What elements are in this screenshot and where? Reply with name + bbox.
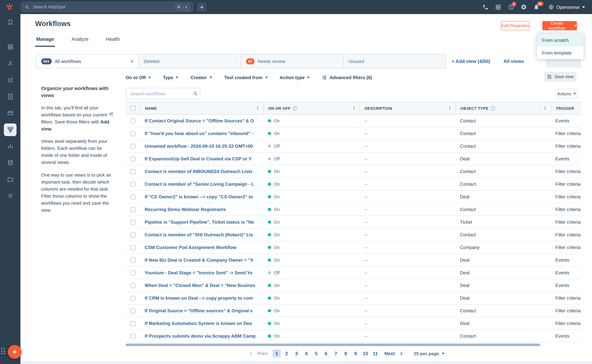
row-checkbox[interactable] [130,308,135,313]
tab-health[interactable]: Health [105,34,121,47]
per-page-select[interactable]: 25 per page [414,351,445,356]
quick-create-button[interactable] [197,2,206,12]
sidebar-item-library[interactable] [0,171,20,188]
row-checkbox[interactable] [130,131,135,136]
page-button-4[interactable]: 4 [302,349,311,358]
info-icon[interactable] [491,106,495,110]
workflow-name-link[interactable]: If Contact Original Source = "Offline So… [145,118,254,124]
horizontal-scrollbar[interactable] [126,344,540,346]
row-checkbox[interactable] [130,144,135,149]
sidebar-item-marketing[interactable] [0,72,20,88]
filter-on-or-off[interactable]: On or Off [126,75,151,80]
workflow-name-link[interactable]: Contact is member of "SHI Outreach (Robe… [145,232,253,237]
sidebar-item-automations[interactable] [0,121,20,138]
row-checkbox[interactable] [130,321,135,326]
page-button-1[interactable]: 1 [273,349,281,358]
info-icon[interactable] [293,106,297,110]
edit-properties-button[interactable]: Edit Properties [501,21,530,30]
workflow-name-link[interactable]: Unnamed workflow - 2024-09-10 16:25:32 G… [145,143,253,149]
row-checkbox[interactable] [130,220,135,225]
row-checkbox[interactable] [130,283,135,288]
workflow-name-link[interactable]: Contact is member of INBOUND24 Outreach … [145,169,253,174]
row-checkbox[interactable] [130,270,135,275]
create-workflow-button[interactable]: Create workflow [542,21,577,30]
search-icon[interactable] [193,91,198,96]
sidebar-item-workspaces[interactable] [0,39,20,55]
menu-item-from-scratch[interactable]: From scratch [537,34,584,46]
dots-grid-icon[interactable] [1,348,5,354]
account-menu[interactable]: Opensense [548,4,585,10]
workflow-name-link[interactable]: When Deal = "Closed Won" & Deal = "New B… [145,283,255,288]
page-button-3[interactable]: 3 [292,349,301,358]
breeze-ai-button[interactable] [8,345,21,359]
row-checkbox[interactable] [130,169,135,174]
sidebar-item-data-management[interactable] [0,154,20,171]
workflow-name-link[interactable]: CSM Customer Pod Assignment Workflow [145,245,237,250]
chevron-right-icon[interactable] [398,351,404,356]
calling-icon[interactable] [479,1,492,13]
hubspot-logo-icon[interactable] [4,1,15,13]
sidebar-item-settings[interactable] [0,188,20,204]
sidebar-item-bookmarks[interactable] [0,14,20,31]
sidebar-item-commerce[interactable] [0,105,20,121]
sidebar-item-content[interactable] [0,88,20,105]
row-checkbox[interactable] [130,334,135,338]
next-page-button[interactable]: Next [385,351,395,356]
view-tab-all-workflows[interactable]: 561All workflows [36,54,139,68]
sidebar-item-crm[interactable] [0,55,20,72]
row-checkbox[interactable] [130,194,135,199]
row-checkbox[interactable] [130,182,135,187]
workflow-name-link[interactable]: If Marketing Automation System is known … [145,321,252,326]
row-checkbox[interactable] [130,296,135,300]
workflow-name-link[interactable]: If Original Source = "Offline sources" &… [145,308,253,313]
workflow-name-link[interactable]: Recurring Demo Webinar Registrants [145,207,226,212]
workflow-name-link[interactable]: If CRM is known on Deal --> copy propert… [145,295,253,301]
workflow-name-link[interactable]: If "how'd you hear about us" contains "i… [145,131,253,136]
chevron-left-icon[interactable] [248,351,254,356]
collapse-panel-button[interactable] [108,111,114,117]
row-checkbox[interactable] [130,207,135,212]
workflow-search-input[interactable] [130,91,193,97]
all-views-link[interactable]: All views [504,58,524,64]
workflow-name-link[interactable]: If Prospects submits demo via Scrappy AB… [145,333,256,339]
row-checkbox[interactable] [130,245,135,250]
sidebar-item-reporting[interactable] [0,138,20,154]
workflow-name-link[interactable]: If New Biz Deal is Created & Company Own… [145,257,253,263]
view-tab-needs-review[interactable]: 61Needs review [241,54,344,68]
page-button-9[interactable]: 9 [352,349,360,358]
filter-action-type[interactable]: Action type [280,75,310,80]
page-button-7[interactable]: 7 [332,349,340,358]
workflow-search[interactable] [126,88,200,99]
page-button-5[interactable]: 5 [312,349,320,358]
workflow-name-link[interactable]: Younium - Deal Stage = "Invoice Sent" ->… [145,270,253,275]
workflow-name-link[interactable]: If Expansion/Up-Sell Deal is Created via… [145,156,252,162]
global-search[interactable]: ⌘ K [21,2,193,12]
view-tab-deleted[interactable]: Deleted [138,54,241,68]
menu-item-from-template[interactable]: From template [537,46,584,59]
select-all-checkbox[interactable] [130,106,135,111]
filter-tool-created-from[interactable]: Tool created from [224,75,268,80]
prev-page-button[interactable]: Prev [257,351,268,356]
tab-manage[interactable]: Manage [35,34,55,47]
advanced-filters-button[interactable]: Advanced filters (0) [322,75,372,80]
actions-button[interactable]: Actions [556,89,577,98]
page-button-6[interactable]: 6 [322,349,330,358]
sort-icon[interactable] [446,107,451,110]
notifications-bell-icon[interactable]: 29 [530,1,543,13]
marketplace-icon[interactable] [492,1,505,13]
sort-icon[interactable] [254,107,259,110]
view-tab-unused[interactable]: Unused [343,54,446,68]
page-button-10[interactable]: 10 [361,349,370,358]
global-search-input[interactable] [32,4,174,10]
row-checkbox[interactable] [130,118,135,123]
workflow-name-link[interactable]: If "CS Owner2" is known --> copy "CS Own… [145,194,253,199]
filter-type[interactable]: Type [163,75,179,80]
page-button-2[interactable]: 2 [282,349,291,358]
filter-creator[interactable]: Creator [191,75,212,80]
row-checkbox[interactable] [130,156,135,161]
workflow-name-link[interactable]: Pipeline is "Support Pipeline", Ticket s… [145,220,254,225]
settings-gear-icon[interactable] [517,1,530,13]
row-checkbox[interactable] [130,232,135,237]
tab-analyze[interactable]: Analyze [71,34,90,47]
add-view-link[interactable]: + Add view (4/50) [452,58,490,64]
